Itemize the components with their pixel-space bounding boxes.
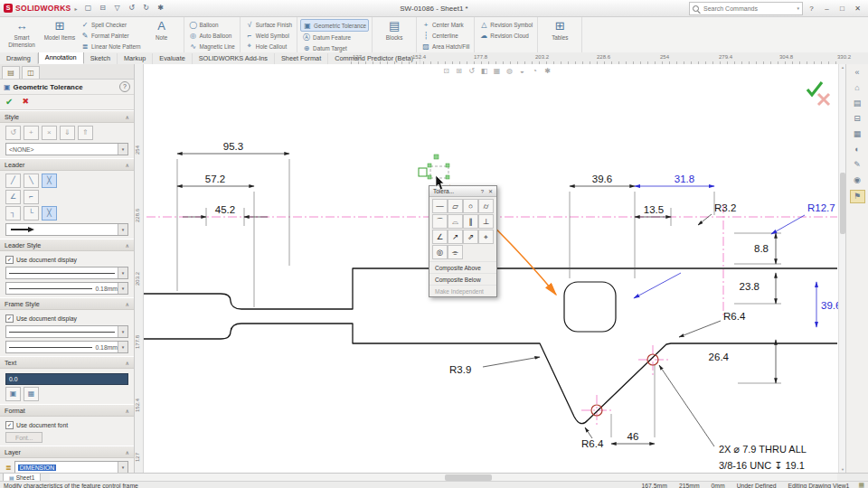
edit-appearance-icon[interactable]: ◔ <box>530 66 540 76</box>
view-palette-icon[interactable]: ▦ <box>851 128 864 140</box>
new-file-icon[interactable]: ▢ <box>82 2 95 14</box>
status-grid-icon[interactable]: ▦ <box>858 482 864 488</box>
profile-of-surface-symbol-button[interactable]: ⌓ <box>448 214 463 229</box>
section-format-header[interactable]: Format <box>0 404 134 417</box>
close-button[interactable]: ✕ <box>851 3 864 14</box>
file-explorer-icon[interactable]: ⊟ <box>851 113 864 125</box>
frame-line-thickness-select[interactable]: 0.18mm <box>5 341 128 353</box>
redo-icon[interactable]: ↻ <box>140 2 153 14</box>
leader-left-button[interactable]: ∠ <box>5 190 21 204</box>
tolerance-text-input[interactable]: 0.0 <box>5 373 128 385</box>
format-painter-button[interactable]: ✎ Format Painter <box>79 30 143 41</box>
dimension[interactable]: 23.8 <box>740 281 760 292</box>
custom-properties-icon[interactable]: ✎ <box>851 159 864 171</box>
view-orientation-icon[interactable]: ▦ <box>492 66 502 76</box>
blocks-button[interactable]: ▤ Blocks <box>375 17 413 42</box>
profile-of-line-symbol-button[interactable]: ⌒ <box>432 214 448 229</box>
chevron-down-icon[interactable] <box>118 342 127 352</box>
weld-symbol-button[interactable]: ⌐ Weld Symbol <box>243 30 294 41</box>
configuration-manager-tab[interactable]: ◫ <box>22 66 40 79</box>
toolbar-close-icon[interactable]: ✕ <box>486 188 495 194</box>
model-items-button[interactable]: ⊞ Model Items <box>41 17 79 42</box>
dimension[interactable]: 8.8 <box>754 243 769 254</box>
section-layer-header[interactable]: Layer <box>0 446 134 458</box>
position-symbol-button[interactable]: ⌖ <box>478 230 494 244</box>
horizontal-scroll-thumb[interactable] <box>445 474 492 481</box>
straight-leader-button[interactable]: ┐ <box>5 206 21 221</box>
toolbar-help-icon[interactable]: ? <box>478 189 486 194</box>
dimension[interactable]: 95.3 <box>223 141 243 152</box>
revision-cloud-button[interactable]: ☁ Revision Cloud <box>477 30 534 41</box>
revision-symbol-button[interactable]: △ Revision Symbol <box>477 19 534 30</box>
surface-finish-button[interactable]: √ Surface Finish <box>243 19 294 30</box>
tab-sketch[interactable]: Sketch <box>84 53 118 64</box>
hide-show-items-icon[interactable]: ◒ <box>517 66 527 76</box>
dimension[interactable]: R12.7 <box>807 202 835 213</box>
minimize-button[interactable]: – <box>820 3 834 14</box>
area-hatch-fill-button[interactable]: ▨ Area Hatch/Fill <box>420 41 471 52</box>
cancel-button[interactable]: ✖ <box>22 97 29 107</box>
concentricity-symbol-button[interactable]: ◎ <box>432 245 448 259</box>
section-view-icon[interactable]: ◧ <box>479 66 489 76</box>
display-style-icon[interactable]: ◍ <box>505 66 514 76</box>
flatness-symbol-button[interactable]: ▱ <box>448 199 463 213</box>
section-text-header[interactable]: Text <box>0 356 134 369</box>
parallelism-symbol-button[interactable]: ∥ <box>463 214 478 229</box>
composite-below-menu-item[interactable]: Composite Below <box>429 273 496 285</box>
search-input[interactable] <box>702 5 797 13</box>
frame-line-style-select[interactable] <box>5 325 128 338</box>
property-manager-tab[interactable]: ▤ <box>2 66 20 79</box>
tab-evaluate[interactable]: Evaluate <box>153 53 192 64</box>
ok-button[interactable]: ✔ <box>5 97 13 107</box>
maximize-button[interactable]: □ <box>835 3 849 14</box>
leader-line-thickness-select[interactable]: 0.18mm <box>5 282 128 295</box>
smart-dimension-button[interactable]: ↔ Smart Dimension <box>3 17 41 49</box>
load-style-icon[interactable]: ⇑ <box>78 126 93 140</box>
bent-leader-button[interactable]: └ <box>24 206 39 221</box>
dimension[interactable]: R3.2 <box>714 202 736 213</box>
tab-drawing[interactable]: Drawing <box>0 53 38 64</box>
centerline-button[interactable]: ┆ Centerline <box>420 30 471 41</box>
hole-callout-note[interactable]: 2X ⌀ 7.9 THRU ALL <box>719 444 807 455</box>
zoom-fit-icon[interactable]: ⊡ <box>441 66 451 76</box>
apply-default-style-icon[interactable]: ↺ <box>5 126 21 140</box>
zoom-area-icon[interactable]: ⊞ <box>454 66 464 76</box>
dimension[interactable]: R6.4 <box>723 311 746 322</box>
cylindricity-symbol-button[interactable]: ⌭ <box>478 199 494 213</box>
section-leader-header[interactable]: Leader <box>0 158 134 171</box>
tags-icon[interactable]: ⚑ <box>850 190 865 203</box>
resources-icon[interactable]: ⌂ <box>851 82 864 94</box>
note-button[interactable]: A Note <box>143 17 181 42</box>
hole-callout-button[interactable]: ⌖ Hole Callout <box>243 41 294 52</box>
view-settings-icon[interactable]: ✱ <box>542 66 552 76</box>
insert-frame-button[interactable]: ▦ <box>24 387 39 401</box>
leader-right-button[interactable]: ⌐ <box>24 190 39 204</box>
dimension[interactable]: 31.8 <box>675 174 694 184</box>
dimension[interactable]: R6.4 <box>581 438 604 449</box>
save-icon[interactable]: ▽ <box>111 2 124 14</box>
use-document-display-checkbox[interactable]: Use document display <box>5 314 128 323</box>
tab-sheet-format[interactable]: Sheet Format <box>275 53 328 64</box>
dimension[interactable]: 39.6 <box>821 300 839 311</box>
chevron-down-icon[interactable] <box>118 267 127 278</box>
confirmation-corner[interactable] <box>807 82 829 105</box>
chevron-down-icon[interactable] <box>118 283 127 294</box>
leader-line-style-select[interactable] <box>5 267 128 279</box>
command-search[interactable]: ▾ <box>689 2 803 15</box>
dimension[interactable]: 39.6 <box>592 174 612 184</box>
auto-leader-button[interactable]: ╳ <box>42 174 57 188</box>
previous-view-icon[interactable]: ↺ <box>467 66 476 76</box>
chevron-down-icon[interactable] <box>118 224 127 235</box>
arrow-style-select[interactable] <box>5 223 128 236</box>
tables-button[interactable]: ⊞ Tables <box>541 17 579 42</box>
dimension[interactable]: 57.2 <box>205 174 225 184</box>
magnetic-line-button[interactable]: ∿ Magnetic Line <box>187 41 237 52</box>
no-leader-button[interactable]: ╲ <box>24 174 39 188</box>
use-document-font-checkbox[interactable]: Use document font <box>5 421 128 429</box>
design-library-icon[interactable]: ▤ <box>851 98 864 109</box>
use-document-display-checkbox[interactable]: Use document display <box>5 256 128 264</box>
circularity-symbol-button[interactable]: ○ <box>463 199 478 213</box>
spell-checker-button[interactable]: ✓ Spell Checker <box>79 19 143 30</box>
section-frame-style-header[interactable]: Frame Style <box>0 297 134 310</box>
panel-help-icon[interactable]: ? <box>119 81 130 92</box>
